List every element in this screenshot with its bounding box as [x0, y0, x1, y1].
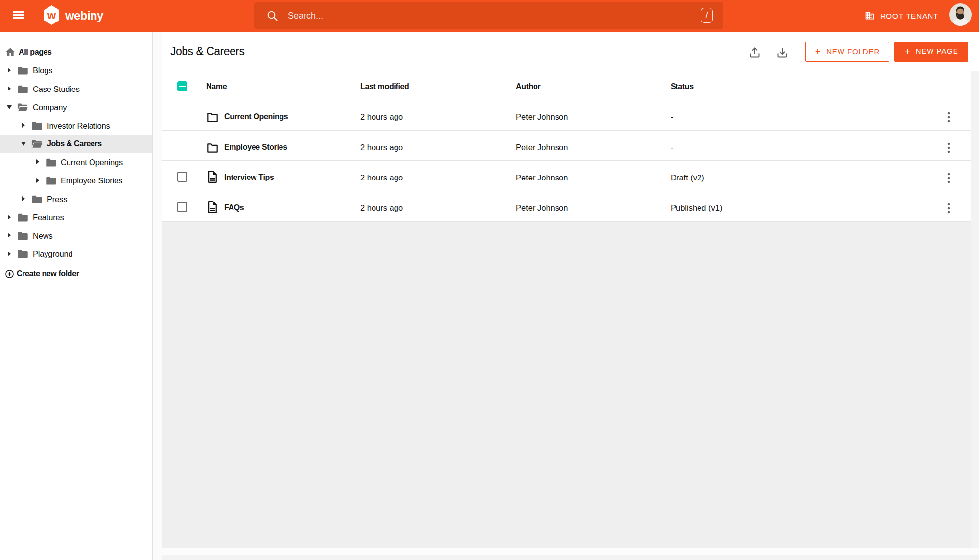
svg-text:w: w — [47, 9, 56, 22]
